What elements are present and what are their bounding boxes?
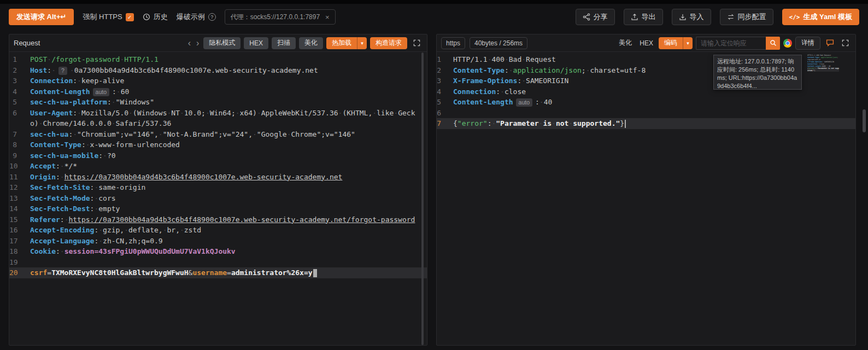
code-line[interactable]: 15Referer:·https://0a7300bb04a9d4b3c6b4f… [9,214,427,225]
line-number: 18 [9,246,30,257]
import-button[interactable]: 导入 [672,9,711,25]
code-line[interactable]: 13Sec-Fetch-Mode:·cors [9,193,427,204]
force-https-label: 强制 HTTPS [83,12,122,22]
comment-button[interactable] [824,37,836,49]
code-line[interactable]: 5sec-ch-ua-platform:·"Windows" [9,97,427,108]
text-cursor [313,269,317,277]
line-number: 11 [9,172,30,183]
window-top-strip [0,0,868,4]
line-content [30,257,427,268]
history-button[interactable]: 历史 [143,12,168,22]
privacy-mode-button[interactable]: 隐私模式 [203,37,241,49]
code-line[interactable]: 7{"error":·"Parameter·is·not·supported."… [437,118,855,129]
export-button[interactable]: 导出 [624,9,663,25]
history-next-button[interactable]: › [195,39,200,48]
check-icon: ✓ [127,14,132,20]
response-search [696,37,780,50]
response-editor[interactable]: 1HTTP/1.1·400·Bad·Request2Content-Type:·… [437,52,855,345]
request-editor[interactable]: 1POST·/forgot-password·HTTP/1.12Host:·?·… [9,52,427,345]
line-number: 2 [9,65,30,76]
search-icon [770,39,777,46]
chevron-down-icon: ▾ [687,40,689,46]
code-line[interactable]: 11Origin:·https://0a7300bb04a9d4b3c6b4f4… [9,172,427,183]
scan-button[interactable]: 扫描 [272,37,296,49]
code-line[interactable]: 10Accept:·*/* [9,161,427,172]
chrome-icon[interactable] [783,39,792,48]
size-time-tag: 40bytes / 256ms [470,37,527,49]
code-line[interactable]: 3Connection:·keep-alive [9,75,427,86]
code-line[interactable]: 6User-Agent:·Mozilla/5.0·(Windows·NT·10.… [9,108,427,129]
line-content: Content-Type:·x-www-form-urlencoded [30,139,427,150]
code-line[interactable]: 6 [437,108,855,119]
request-fullscreen-button[interactable] [410,37,423,49]
code-line[interactable]: 16Accept-Encoding:·gzip,·deflate,·br,·zs… [9,225,427,236]
response-info-tooltip: 远程地址: 127.0.0.1:7897; 响应时间: 256ms; 总耗时: … [713,55,802,90]
code-line[interactable]: 8Content-Type:·x-www-form-urlencoded [9,139,427,150]
proxy-label: 代理：socks5://127.0.0.1:7897 [231,13,320,22]
code-line[interactable]: 9sec-ch-ua-mobile:·?0 [9,150,427,161]
code-line[interactable]: 14Sec-Fetch-Dest:·empty [9,203,427,214]
line-content: Accept:·*/* [30,161,427,172]
sync-config-label: 同步配置 [738,12,766,22]
checkbox-checked-icon[interactable]: ✓ [126,13,134,21]
line-number: 1 [9,54,30,65]
hotload-button[interactable]: 热加载 [326,37,357,49]
response-search-input[interactable] [696,37,766,50]
sync-config-button[interactable]: 同步配置 [720,9,773,25]
line-content: Sec-Fetch-Dest:·empty [30,203,427,214]
detail-button[interactable]: 详情 [795,37,820,50]
line-number: 20 [9,267,30,278]
line-content: Referer:·https://0a7300bb04a9d4b3c6b4f48… [30,214,427,225]
help-icon: ? [208,13,216,21]
send-request-button[interactable]: 发送请求 Alt+↵ [9,9,74,25]
help-glyph: ? [210,14,213,20]
sync-icon [727,13,735,21]
hotload-split-button: 热加载 ▾ [326,37,367,49]
request-editor-scrollbar[interactable] [421,52,424,345]
code-line[interactable]: 5Content-Lengthauto:·40 [437,97,855,108]
hotload-dropdown-button[interactable]: ▾ [357,37,367,49]
line-content: Accept-Language:·zh-CN,zh;q=0.9 [30,236,427,247]
code-line[interactable]: 18Cookie:·session=43sFPgiU0pWWUQuDdUmU7V… [9,246,427,257]
line-number: 6 [9,108,30,129]
code-line[interactable]: 12Sec-Fetch-Site:·same-origin [9,182,427,193]
response-hex-button[interactable]: HEX [637,39,655,47]
generate-yaml-button[interactable]: </> 生成 Yaml 模板 [782,9,859,25]
forge-request-button[interactable]: 构造请求 [370,37,407,49]
request-hex-button[interactable]: HEX [244,37,268,49]
response-beautify-button[interactable]: 美化 [617,38,634,48]
line-number: 1 [437,54,453,65]
line-number: 7 [9,129,30,140]
minimap[interactable]: 1HTTP/1.1·400·Bad·Request2Content-Type:·… [807,54,839,72]
line-number: 16 [9,225,30,236]
history-prev-button[interactable]: ‹ [187,39,192,48]
line-number: 14 [9,203,30,214]
code-line[interactable]: 2Host:·?·0a7300bb04a9d4b3c6b4f48900c1007… [9,65,427,76]
line-number: 3 [9,75,30,86]
code-icon: </> [789,14,800,21]
scheme-tag: https [441,37,465,49]
request-beautify-button[interactable]: 美化 [299,37,323,49]
code-line[interactable]: 7sec-ch-ua:·"Chromium";v="146",·"Not-A.B… [9,129,427,140]
chat-bubble-icon [826,39,834,47]
response-search-button[interactable] [766,37,780,50]
line-number: 13 [9,193,30,204]
expand-icon [842,39,849,46]
response-fullscreen-button[interactable] [839,37,851,49]
encode-split-button: 编码 ▾ [659,37,693,49]
window-scrollbar-thumb[interactable] [863,109,866,132]
encode-dropdown-button[interactable]: ▾ [683,37,693,49]
code-line[interactable]: 20csrf=TXMoRXEvyNC8t0HlGakBltwrbygWFwuH&… [9,267,427,278]
code-line[interactable]: 1POST·/forgot-password·HTTP/1.1 [9,54,427,65]
code-line[interactable]: 17Accept-Language:·zh-CN,zh;q=0.9 [9,236,427,247]
code-line[interactable]: 19 [9,257,427,268]
line-number: 9 [9,150,30,161]
force-https-toggle[interactable]: 强制 HTTPS ✓ [83,12,133,22]
proxy-tag[interactable]: 代理：socks5://127.0.0.1:7897 × [225,9,336,25]
blast-example-button[interactable]: 爆破示例 ? [177,12,216,22]
code-line[interactable]: 4Content-Lengthauto:·60 [9,86,427,97]
close-icon[interactable]: × [325,13,330,21]
line-number: 8 [9,139,30,150]
encode-button[interactable]: 编码 [659,37,683,49]
share-button[interactable]: 分享 [576,9,615,25]
